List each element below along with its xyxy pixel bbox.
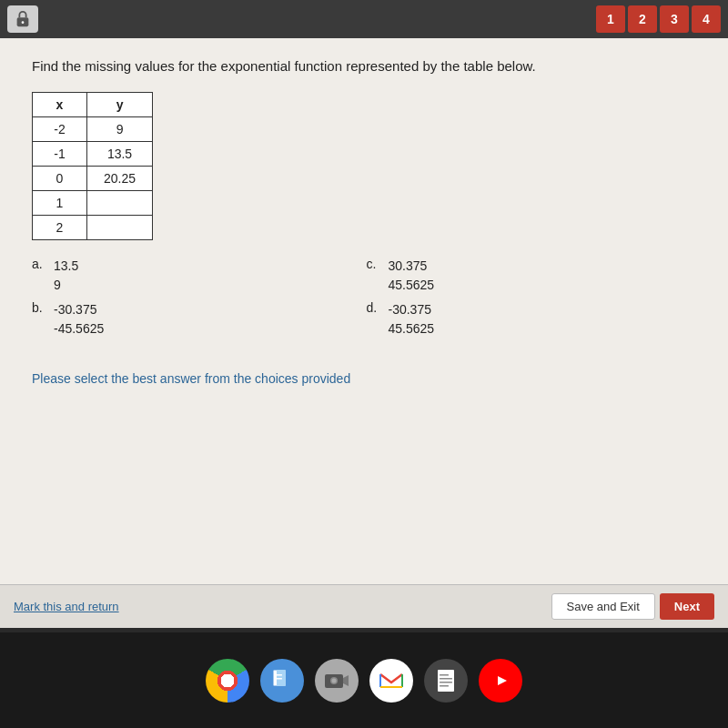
answer-d-val2: 45.5625: [389, 319, 435, 339]
table-row: 2: [33, 216, 153, 240]
cell-y-2: 20.25: [87, 167, 153, 191]
answer-b-val1: -30.375: [54, 300, 104, 319]
gmail-icon[interactable]: [369, 659, 413, 703]
cell-y-4: [87, 216, 153, 240]
lock-icon: [7, 5, 38, 33]
camera-icon[interactable]: [315, 659, 359, 703]
answer-a-val2: 9: [54, 276, 78, 295]
tab-3[interactable]: 3: [660, 5, 689, 33]
table-row: -2 9: [33, 117, 153, 142]
taskbar: [0, 632, 728, 728]
please-select-text: Please select the best answer from the c…: [32, 371, 701, 386]
answer-c-val2: 45.5625: [389, 276, 435, 295]
answer-a-val1: 13.5: [54, 257, 78, 276]
youtube-icon[interactable]: [479, 659, 522, 703]
svg-point-9: [332, 678, 337, 682]
bottom-right-buttons: Save and Exit Next: [551, 593, 714, 620]
answer-label-b: b.: [32, 300, 48, 315]
cell-y-0: 9: [87, 117, 153, 142]
tab-1[interactable]: 1: [596, 5, 625, 33]
cell-y-3: [87, 191, 153, 216]
svg-rect-5: [275, 678, 282, 680]
answer-col-right: c. 30.375 45.5625 d. -30.375 45.5625: [367, 257, 702, 344]
next-button[interactable]: Next: [660, 593, 714, 620]
answer-values-c: 30.375 45.5625: [389, 257, 435, 295]
answer-a[interactable]: a. 13.5 9: [32, 257, 358, 295]
bottom-bar: Mark this and return Save and Exit Next: [0, 584, 728, 628]
cell-y-1: 13.5: [87, 142, 153, 167]
answer-label-a: a.: [32, 257, 48, 271]
docs-icon[interactable]: [424, 659, 468, 703]
table-row: 0 20.25: [33, 167, 153, 191]
save-exit-button[interactable]: Save and Exit: [551, 593, 655, 620]
top-bar: 1 2 3 4: [0, 0, 728, 38]
svg-rect-15: [440, 674, 449, 676]
answers-section: a. 13.5 9 b. -30.375 -45.5625 c. 30.375 …: [32, 257, 701, 344]
answer-label-d: d.: [367, 300, 383, 315]
cell-x-2: 0: [33, 167, 87, 191]
table-row: -1 13.5: [33, 142, 153, 167]
files-icon[interactable]: [260, 659, 304, 703]
svg-rect-14: [438, 670, 454, 692]
answer-d-val1: -30.375: [389, 300, 435, 319]
svg-rect-4: [275, 674, 282, 676]
svg-rect-16: [440, 678, 452, 680]
svg-rect-17: [440, 682, 452, 683]
data-table: x y -2 9 -1 13.5 0 20.25 1 2: [32, 92, 153, 240]
answer-b[interactable]: b. -30.375 -45.5625: [32, 300, 358, 339]
col-header-x: x: [33, 93, 87, 117]
answer-values-d: -30.375 45.5625: [389, 300, 435, 339]
cell-x-0: -2: [33, 117, 87, 142]
answer-c[interactable]: c. 30.375 45.5625: [367, 257, 693, 295]
chrome-icon[interactable]: [206, 659, 249, 703]
question-tabs: 1 2 3 4: [596, 5, 721, 33]
svg-marker-7: [343, 675, 349, 686]
answer-values-a: 13.5 9: [54, 257, 78, 295]
answer-d[interactable]: d. -30.375 45.5625: [367, 300, 693, 339]
tab-4[interactable]: 4: [692, 5, 721, 33]
svg-point-1: [22, 21, 25, 24]
table-row: 1: [33, 191, 153, 216]
cell-x-3: 1: [33, 191, 87, 216]
answer-b-val2: -45.5625: [54, 319, 104, 339]
answer-values-b: -30.375 -45.5625: [54, 300, 104, 339]
main-content: Find the missing values for the exponent…: [0, 38, 728, 584]
col-header-y: y: [87, 93, 153, 117]
question-text: Find the missing values for the exponent…: [27, 56, 701, 76]
answer-c-val1: 30.375: [389, 257, 435, 276]
answer-label-c: c.: [367, 257, 383, 271]
cell-x-4: 2: [33, 216, 87, 240]
svg-rect-18: [440, 685, 449, 687]
cell-x-1: -1: [33, 142, 87, 167]
answer-col-left: a. 13.5 9 b. -30.375 -45.5625: [32, 257, 367, 344]
mark-return-link[interactable]: Mark this and return: [14, 600, 119, 613]
tab-2[interactable]: 2: [628, 5, 657, 33]
